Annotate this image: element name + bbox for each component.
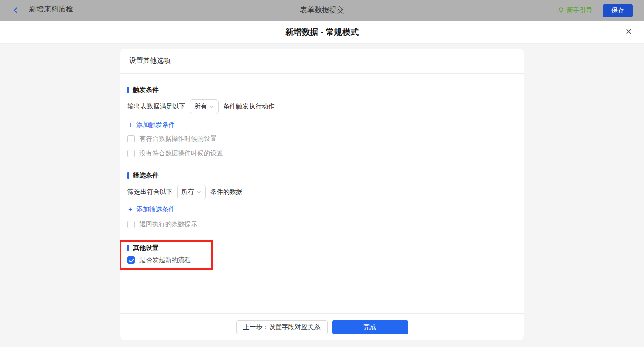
filter-condition-select[interactable]: 所有 xyxy=(177,185,206,199)
checkbox-label: 没有符合数据操作时候的设置 xyxy=(139,149,223,158)
section-accent-bar xyxy=(127,172,129,179)
topbar-center-title: 表单数据提交 xyxy=(0,6,644,15)
filter-row-prefix: 筛选出符合以下 xyxy=(127,188,172,196)
filter-row-suffix: 条件的数据 xyxy=(210,188,242,196)
checkbox-box-checked[interactable] xyxy=(127,256,135,264)
checkbox-label: 有符合数据操作时候的设置 xyxy=(139,135,217,143)
modal-title: 新增数据 - 常规模式 xyxy=(285,27,359,38)
top-bar: 新增来料质检 表单数据提交 新手引导 保存 xyxy=(0,0,644,21)
add-filter-condition-link[interactable]: + 添加筛选条件 xyxy=(127,205,517,214)
checkbox-box[interactable] xyxy=(127,221,135,228)
checkbox-label: 是否发起新的流程 xyxy=(139,256,191,264)
checkbox-box[interactable] xyxy=(127,150,135,157)
modal-header: 新增数据 - 常规模式 ✕ xyxy=(0,21,644,44)
card-header: 设置其他选项 xyxy=(120,49,524,74)
checkbox-start-new-flow[interactable]: 是否发起新的流程 xyxy=(127,256,517,264)
previous-step-button[interactable]: 上一步：设置字段对应关系 xyxy=(236,320,328,334)
section-title-filter: 筛选条件 xyxy=(127,172,517,179)
section-title-trigger: 触发条件 xyxy=(127,86,517,94)
filter-condition-row: 筛选出符合以下 所有 条件的数据 xyxy=(127,185,517,199)
done-button[interactable]: 完成 xyxy=(332,320,408,334)
checkbox-label: 返回执行的条数提示 xyxy=(139,220,197,228)
close-icon[interactable]: ✕ xyxy=(625,27,632,37)
checkbox-no-match-settings[interactable]: 没有符合数据操作时候的设置 xyxy=(127,150,517,157)
section-accent-bar xyxy=(127,87,129,93)
checkbox-box[interactable] xyxy=(127,135,135,142)
trigger-condition-row: 输出表数据满足以下 所有 条件触发执行动作 xyxy=(127,99,517,114)
trigger-row-prefix: 输出表数据满足以下 xyxy=(127,102,185,111)
beginner-guide-label: 新手引导 xyxy=(567,6,592,15)
chevron-down-icon xyxy=(196,189,201,195)
checkbox-has-match-settings[interactable]: 有符合数据操作时候的设置 xyxy=(127,135,517,142)
add-trigger-condition-link[interactable]: + 添加触发条件 xyxy=(127,120,517,130)
section-accent-bar xyxy=(127,245,129,251)
card-body: 触发条件 输出表数据满足以下 所有 条件触发执行动作 + 添加触发条件 有符合数… xyxy=(120,74,524,313)
trigger-condition-select[interactable]: 所有 xyxy=(190,99,218,114)
chevron-down-icon xyxy=(209,104,214,109)
filter-select-value: 所有 xyxy=(181,188,194,196)
plus-icon: + xyxy=(128,205,132,214)
add-trigger-label: 添加触发条件 xyxy=(136,121,175,129)
section-other-settings: 其他设置 是否发起新的流程 xyxy=(127,245,517,264)
lightbulb-icon xyxy=(558,7,564,14)
add-filter-label: 添加筛选条件 xyxy=(136,205,175,214)
save-button[interactable]: 保存 xyxy=(603,4,633,17)
settings-card: 设置其他选项 触发条件 输出表数据满足以下 所有 条件触发执行动作 + 添加触发… xyxy=(120,49,524,340)
trigger-select-value: 所有 xyxy=(194,102,207,111)
checkbox-return-count-tip[interactable]: 返回执行的条数提示 xyxy=(127,221,517,228)
plus-icon: + xyxy=(128,121,132,129)
card-footer: 上一步：设置字段对应关系 完成 xyxy=(120,313,524,340)
beginner-guide-link[interactable]: 新手引导 xyxy=(558,6,592,15)
section-title-other: 其他设置 xyxy=(127,245,517,252)
trigger-row-suffix: 条件触发执行动作 xyxy=(223,102,275,111)
